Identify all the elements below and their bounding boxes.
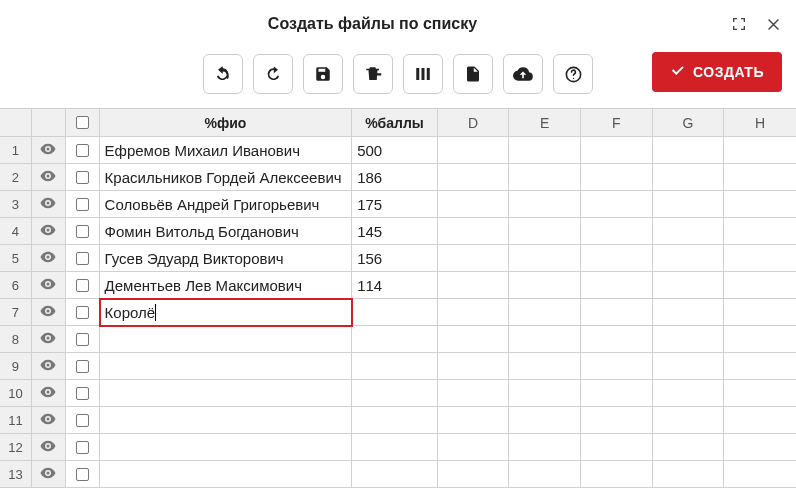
row-checkbox[interactable]: [76, 279, 89, 292]
cell-empty[interactable]: [438, 461, 510, 488]
cell-empty[interactable]: [581, 461, 653, 488]
column-header-name[interactable]: %фио: [100, 109, 353, 137]
visibility-toggle[interactable]: [32, 434, 66, 461]
cell-empty[interactable]: [581, 191, 653, 218]
close-icon[interactable]: [765, 16, 782, 33]
cell-empty[interactable]: [724, 272, 796, 299]
file-button[interactable]: [453, 54, 493, 94]
row-checkbox[interactable]: [76, 144, 89, 157]
visibility-header[interactable]: [32, 109, 66, 137]
cell-score[interactable]: [352, 326, 438, 353]
row-number[interactable]: 2: [0, 164, 32, 191]
row-number[interactable]: 11: [0, 407, 32, 434]
cell-empty[interactable]: [509, 407, 581, 434]
cell-score[interactable]: [352, 299, 438, 326]
select-all-header[interactable]: [66, 109, 100, 137]
cell-empty[interactable]: [653, 299, 725, 326]
visibility-toggle[interactable]: [32, 137, 66, 164]
cell-empty[interactable]: [581, 245, 653, 272]
help-button[interactable]: [553, 54, 593, 94]
cell-empty[interactable]: [653, 380, 725, 407]
cell-score[interactable]: [352, 407, 438, 434]
row-select[interactable]: [66, 137, 100, 164]
cell-score[interactable]: 186: [352, 164, 438, 191]
cell-empty[interactable]: [509, 191, 581, 218]
row-checkbox[interactable]: [76, 441, 89, 454]
cell-empty[interactable]: [653, 434, 725, 461]
cell-empty[interactable]: [438, 272, 510, 299]
fullscreen-icon[interactable]: [731, 16, 747, 32]
row-select[interactable]: [66, 218, 100, 245]
row-number[interactable]: 13: [0, 461, 32, 488]
cell-empty[interactable]: [581, 164, 653, 191]
row-number[interactable]: 7: [0, 299, 32, 326]
row-select[interactable]: [66, 353, 100, 380]
clear-button[interactable]: [353, 54, 393, 94]
cell-empty[interactable]: [724, 461, 796, 488]
visibility-toggle[interactable]: [32, 353, 66, 380]
cell-empty[interactable]: [509, 380, 581, 407]
cell-empty[interactable]: [653, 353, 725, 380]
cell-empty[interactable]: [438, 245, 510, 272]
cell-name[interactable]: Фомин Витольд Богданович: [100, 218, 353, 245]
cell-score[interactable]: 175: [352, 191, 438, 218]
cell-empty[interactable]: [653, 164, 725, 191]
cell-empty[interactable]: [724, 164, 796, 191]
spreadsheet-grid[interactable]: %фио %баллы D E F G H 1Ефремов Михаил Ив…: [0, 108, 796, 488]
cell-empty[interactable]: [581, 137, 653, 164]
cell-empty[interactable]: [724, 353, 796, 380]
cell-empty[interactable]: [438, 380, 510, 407]
save-button[interactable]: [303, 54, 343, 94]
column-header-g[interactable]: G: [653, 109, 725, 137]
cell-name[interactable]: Соловьёв Андрей Григорьевич: [100, 191, 353, 218]
row-select[interactable]: [66, 191, 100, 218]
cell-name[interactable]: [100, 353, 353, 380]
visibility-toggle[interactable]: [32, 407, 66, 434]
cell-empty[interactable]: [438, 191, 510, 218]
cell-empty[interactable]: [509, 137, 581, 164]
cell-empty[interactable]: [653, 272, 725, 299]
row-number[interactable]: 6: [0, 272, 32, 299]
row-number[interactable]: 3: [0, 191, 32, 218]
column-header-h[interactable]: H: [724, 109, 796, 137]
cell-score[interactable]: 500: [352, 137, 438, 164]
cell-empty[interactable]: [581, 380, 653, 407]
cloud-upload-button[interactable]: [503, 54, 543, 94]
visibility-toggle[interactable]: [32, 245, 66, 272]
row-select[interactable]: [66, 326, 100, 353]
cell-score[interactable]: [352, 461, 438, 488]
cell-empty[interactable]: [724, 407, 796, 434]
cell-score[interactable]: [352, 380, 438, 407]
row-select[interactable]: [66, 164, 100, 191]
cell-empty[interactable]: [724, 299, 796, 326]
cell-name[interactable]: [100, 434, 353, 461]
visibility-toggle[interactable]: [32, 218, 66, 245]
cell-empty[interactable]: [724, 191, 796, 218]
cell-empty[interactable]: [724, 245, 796, 272]
cell-empty[interactable]: [509, 326, 581, 353]
row-select[interactable]: [66, 434, 100, 461]
cell-name[interactable]: [100, 407, 353, 434]
columns-button[interactable]: [403, 54, 443, 94]
redo-button[interactable]: [253, 54, 293, 94]
row-checkbox[interactable]: [76, 468, 89, 481]
cell-empty[interactable]: [724, 326, 796, 353]
cell-empty[interactable]: [438, 164, 510, 191]
cell-empty[interactable]: [581, 299, 653, 326]
undo-button[interactable]: [203, 54, 243, 94]
cell-empty[interactable]: [438, 326, 510, 353]
cell-empty[interactable]: [438, 218, 510, 245]
row-number[interactable]: 8: [0, 326, 32, 353]
row-select[interactable]: [66, 380, 100, 407]
visibility-toggle[interactable]: [32, 461, 66, 488]
row-select[interactable]: [66, 299, 100, 326]
cell-empty[interactable]: [581, 353, 653, 380]
cell-empty[interactable]: [438, 299, 510, 326]
cell-score[interactable]: 156: [352, 245, 438, 272]
cell-empty[interactable]: [509, 299, 581, 326]
cell-empty[interactable]: [653, 326, 725, 353]
cell-empty[interactable]: [438, 407, 510, 434]
cell-empty[interactable]: [509, 245, 581, 272]
cell-empty[interactable]: [581, 326, 653, 353]
cell-empty[interactable]: [653, 245, 725, 272]
